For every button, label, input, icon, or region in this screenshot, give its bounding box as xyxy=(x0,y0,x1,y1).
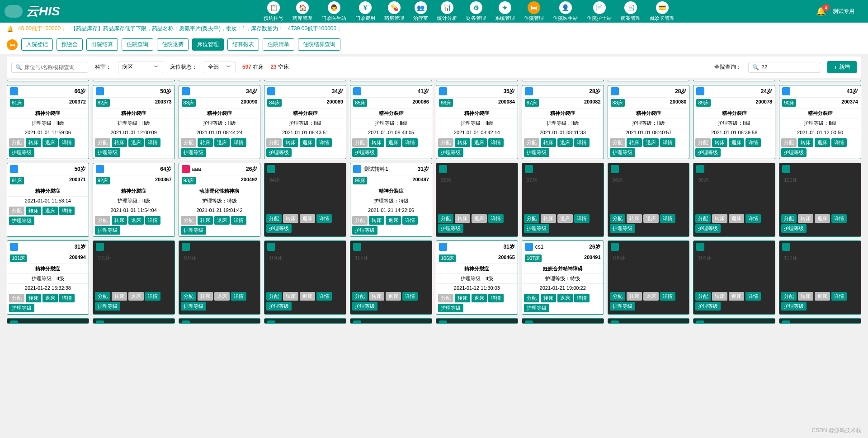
transfer-button[interactable]: 转床 xyxy=(283,138,298,147)
subnav-tab[interactable]: 结算报表 xyxy=(227,38,259,51)
transfer-button[interactable]: 转床 xyxy=(369,138,384,147)
transfer-button[interactable]: 转床 xyxy=(798,214,813,223)
nav-item[interactable]: ✦系统管理 xyxy=(492,0,518,23)
back-button[interactable]: 退床 xyxy=(300,138,315,147)
subnav-tab[interactable]: 住院查询 xyxy=(122,38,153,51)
back-button[interactable]: 退床 xyxy=(386,216,401,225)
assign-button[interactable]: 分配 xyxy=(610,292,625,301)
nav-item[interactable]: 👥治疗室 xyxy=(410,0,431,23)
notification-bell-icon[interactable]: 🔔4 xyxy=(816,6,826,16)
bed-card[interactable]: 28岁 87床200082 精神分裂症 护理等级：II级 2021-01-01 … xyxy=(522,85,604,159)
assign-button[interactable]: 分配 xyxy=(438,138,453,147)
bed-search-input[interactable]: 🔍 xyxy=(11,62,88,73)
back-button[interactable]: 退床 xyxy=(42,138,58,147)
bed-card-empty[interactable]: 105床 分配 转床 退床 详情 护理等级 xyxy=(350,240,432,315)
assign-button[interactable]: 分配 xyxy=(266,214,282,223)
bed-card-empty[interactable]: 103床 分配 转床 退床 详情 护理等级 xyxy=(179,240,261,315)
care-level-button[interactable]: 护理等级 xyxy=(610,302,635,311)
transfer-button[interactable]: 转床 xyxy=(541,138,556,147)
transfer-button[interactable]: 转床 xyxy=(455,294,470,302)
assign-button[interactable]: 分配 xyxy=(9,207,24,215)
back-button[interactable]: 退床 xyxy=(815,138,830,147)
detail-button[interactable]: 详情 xyxy=(745,214,761,223)
bed-search-field[interactable] xyxy=(24,64,92,71)
bed-card-empty[interactable]: 96床 分配 转床 退床 详情 护理等级 xyxy=(436,163,518,237)
back-button[interactable]: 退床 xyxy=(128,216,144,225)
bed-card[interactable]: 66岁 81床200372 精神分裂症 护理等级：II级 2021-01-01 … xyxy=(7,85,89,159)
transfer-button[interactable]: 转床 xyxy=(627,138,642,147)
care-level-button[interactable]: 护理等级 xyxy=(9,148,34,157)
global-search-input[interactable]: 🔍 ✕ xyxy=(748,62,821,73)
add-bed-button[interactable]: +新增 xyxy=(827,61,857,73)
subnav-tab[interactable]: 预缴金 xyxy=(57,38,83,51)
detail-button[interactable]: 详情 xyxy=(488,214,504,223)
assign-button[interactable]: 分配 xyxy=(524,294,539,302)
care-level-button[interactable]: 护理等级 xyxy=(95,302,120,311)
bed-card[interactable]: 34岁 83床200090 精神分裂症 护理等级：II级 2021-01-01 … xyxy=(179,85,261,159)
nav-item[interactable]: 📊统计分析 xyxy=(434,0,460,23)
subnav-tab[interactable]: 床位管理 xyxy=(192,38,224,51)
transfer-button[interactable]: 转床 xyxy=(541,294,556,302)
back-button[interactable]: 退床 xyxy=(472,138,487,147)
detail-button[interactable]: 详情 xyxy=(231,292,246,301)
care-level-button[interactable]: 护理等级 xyxy=(695,224,721,233)
assign-button[interactable]: 分配 xyxy=(610,214,625,223)
nav-item[interactable]: 🏠药库管理 xyxy=(290,0,315,23)
subnav-tab[interactable]: 住院清单 xyxy=(263,38,294,51)
assign-button[interactable]: 分配 xyxy=(181,138,196,147)
back-button[interactable]: 退床 xyxy=(557,214,573,223)
transfer-button[interactable]: 转床 xyxy=(712,214,727,223)
detail-button[interactable]: 详情 xyxy=(574,214,590,223)
nav-item[interactable]: 📋预约挂号 xyxy=(261,0,286,23)
assign-button[interactable]: 分配 xyxy=(695,214,711,223)
bed-card-empty[interactable]: 109床 分配 转床 退床 详情 护理等级 xyxy=(693,240,775,315)
transfer-button[interactable]: 转床 xyxy=(198,138,213,147)
back-button[interactable]: 退床 xyxy=(729,292,744,301)
detail-button[interactable]: 详情 xyxy=(145,138,160,147)
transfer-button[interactable]: 转床 xyxy=(112,292,127,301)
care-level-button[interactable]: 护理等级 xyxy=(524,148,549,157)
bed-card-empty[interactable]: 98床 分配 转床 退床 详情 护理等级 xyxy=(608,163,690,237)
bed-card[interactable]: cs126岁 107床200491 妊娠合并精神障碍 护理等级：特级 2021-… xyxy=(522,240,604,315)
assign-button[interactable]: 分配 xyxy=(181,216,196,225)
assign-button[interactable]: 分配 xyxy=(9,294,24,302)
transfer-button[interactable]: 转床 xyxy=(112,216,127,225)
nav-item[interactable]: ¥门诊费用 xyxy=(353,0,378,23)
back-button[interactable]: 退床 xyxy=(386,138,401,147)
transfer-button[interactable]: 转床 xyxy=(283,214,298,223)
bed-card[interactable]: 31岁 106床200465 精神分裂症 护理等级：II级 2021-01-12… xyxy=(436,240,518,315)
detail-button[interactable]: 详情 xyxy=(574,294,590,302)
detail-button[interactable]: 详情 xyxy=(231,138,246,147)
care-level-button[interactable]: 护理等级 xyxy=(266,148,292,157)
subnav-tab[interactable]: 入院登记 xyxy=(21,38,53,51)
care-level-button[interactable]: 护理等级 xyxy=(438,148,463,157)
nav-item[interactable]: 👨门诊医生站 xyxy=(319,0,349,23)
bed-card-empty[interactable]: 104床 分配 转床 退床 详情 护理等级 xyxy=(264,240,346,315)
assign-button[interactable]: 分配 xyxy=(610,138,625,147)
back-button[interactable]: 退床 xyxy=(557,294,573,302)
detail-button[interactable]: 详情 xyxy=(745,292,761,301)
back-button[interactable]: 退床 xyxy=(128,292,144,301)
transfer-button[interactable]: 转床 xyxy=(112,138,127,147)
detail-button[interactable]: 详情 xyxy=(59,294,75,302)
nav-item[interactable]: 📄住院护士站 xyxy=(584,0,614,23)
care-level-button[interactable]: 护理等级 xyxy=(610,224,635,233)
care-level-button[interactable]: 护理等级 xyxy=(610,148,635,157)
assign-button[interactable]: 分配 xyxy=(266,138,282,147)
back-button[interactable]: 退床 xyxy=(643,138,659,147)
detail-button[interactable]: 详情 xyxy=(59,207,75,215)
nav-item[interactable]: 💳就诊卡管理 xyxy=(647,0,677,23)
back-button[interactable]: 退床 xyxy=(472,294,487,302)
detail-button[interactable]: 详情 xyxy=(831,138,847,147)
assign-button[interactable]: 分配 xyxy=(524,138,539,147)
transfer-button[interactable]: 转床 xyxy=(712,292,727,301)
assign-button[interactable]: 分配 xyxy=(352,292,368,301)
care-level-button[interactable]: 护理等级 xyxy=(781,148,807,157)
transfer-button[interactable]: 转床 xyxy=(455,138,470,147)
care-level-button[interactable]: 护理等级 xyxy=(352,302,377,311)
care-level-button[interactable]: 护理等级 xyxy=(695,148,721,157)
nav-item[interactable]: 👤住院医生站 xyxy=(550,0,580,23)
bed-card[interactable]: 31岁 101床200494 精神分裂症 护理等级：II级 2021-01-22… xyxy=(7,240,89,315)
bed-card-empty[interactable]: 100床 分配 转床 退床 详情 护理等级 xyxy=(779,163,861,237)
bed-card[interactable]: 43岁 90床200374 精神分裂症 护理等级：II级 2021-01-01 … xyxy=(779,85,861,159)
